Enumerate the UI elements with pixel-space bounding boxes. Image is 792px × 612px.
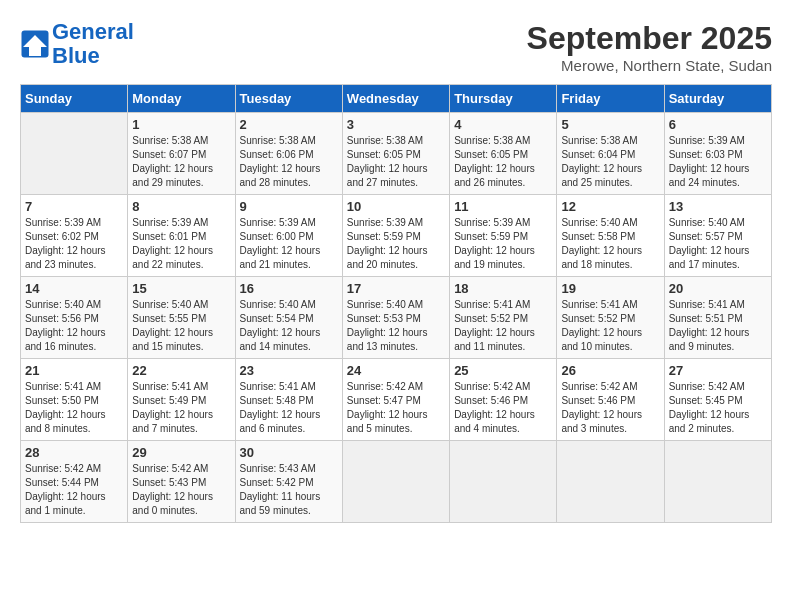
logo-line1: General (52, 19, 134, 44)
calendar-cell: 16Sunrise: 5:40 AM Sunset: 5:54 PM Dayli… (235, 277, 342, 359)
calendar-cell: 21Sunrise: 5:41 AM Sunset: 5:50 PM Dayli… (21, 359, 128, 441)
day-number: 30 (240, 445, 338, 460)
calendar-cell: 24Sunrise: 5:42 AM Sunset: 5:47 PM Dayli… (342, 359, 449, 441)
day-info: Sunrise: 5:40 AM Sunset: 5:54 PM Dayligh… (240, 298, 338, 354)
calendar-cell: 9Sunrise: 5:39 AM Sunset: 6:00 PM Daylig… (235, 195, 342, 277)
calendar-body: 1Sunrise: 5:38 AM Sunset: 6:07 PM Daylig… (21, 113, 772, 523)
day-info: Sunrise: 5:39 AM Sunset: 6:03 PM Dayligh… (669, 134, 767, 190)
calendar-cell: 27Sunrise: 5:42 AM Sunset: 5:45 PM Dayli… (664, 359, 771, 441)
calendar-cell (21, 113, 128, 195)
calendar-cell: 6Sunrise: 5:39 AM Sunset: 6:03 PM Daylig… (664, 113, 771, 195)
calendar-cell: 8Sunrise: 5:39 AM Sunset: 6:01 PM Daylig… (128, 195, 235, 277)
day-number: 18 (454, 281, 552, 296)
day-info: Sunrise: 5:39 AM Sunset: 5:59 PM Dayligh… (454, 216, 552, 272)
weekday-saturday: Saturday (664, 85, 771, 113)
calendar-week-2: 7Sunrise: 5:39 AM Sunset: 6:02 PM Daylig… (21, 195, 772, 277)
day-info: Sunrise: 5:40 AM Sunset: 5:53 PM Dayligh… (347, 298, 445, 354)
day-number: 4 (454, 117, 552, 132)
day-info: Sunrise: 5:43 AM Sunset: 5:42 PM Dayligh… (240, 462, 338, 518)
calendar-cell: 13Sunrise: 5:40 AM Sunset: 5:57 PM Dayli… (664, 195, 771, 277)
day-number: 19 (561, 281, 659, 296)
day-number: 3 (347, 117, 445, 132)
weekday-wednesday: Wednesday (342, 85, 449, 113)
day-number: 27 (669, 363, 767, 378)
day-info: Sunrise: 5:40 AM Sunset: 5:56 PM Dayligh… (25, 298, 123, 354)
calendar-cell: 30Sunrise: 5:43 AM Sunset: 5:42 PM Dayli… (235, 441, 342, 523)
calendar-cell: 19Sunrise: 5:41 AM Sunset: 5:52 PM Dayli… (557, 277, 664, 359)
day-number: 9 (240, 199, 338, 214)
day-info: Sunrise: 5:42 AM Sunset: 5:47 PM Dayligh… (347, 380, 445, 436)
month-title: September 2025 (527, 20, 772, 57)
calendar-cell: 25Sunrise: 5:42 AM Sunset: 5:46 PM Dayli… (450, 359, 557, 441)
day-info: Sunrise: 5:41 AM Sunset: 5:51 PM Dayligh… (669, 298, 767, 354)
day-info: Sunrise: 5:41 AM Sunset: 5:48 PM Dayligh… (240, 380, 338, 436)
day-number: 13 (669, 199, 767, 214)
weekday-tuesday: Tuesday (235, 85, 342, 113)
day-number: 1 (132, 117, 230, 132)
calendar-week-4: 21Sunrise: 5:41 AM Sunset: 5:50 PM Dayli… (21, 359, 772, 441)
day-info: Sunrise: 5:38 AM Sunset: 6:05 PM Dayligh… (454, 134, 552, 190)
calendar-table: SundayMondayTuesdayWednesdayThursdayFrid… (20, 84, 772, 523)
logo-line2: Blue (52, 44, 134, 68)
day-number: 28 (25, 445, 123, 460)
day-info: Sunrise: 5:40 AM Sunset: 5:57 PM Dayligh… (669, 216, 767, 272)
calendar-cell: 23Sunrise: 5:41 AM Sunset: 5:48 PM Dayli… (235, 359, 342, 441)
calendar-cell (342, 441, 449, 523)
day-info: Sunrise: 5:42 AM Sunset: 5:45 PM Dayligh… (669, 380, 767, 436)
day-info: Sunrise: 5:41 AM Sunset: 5:49 PM Dayligh… (132, 380, 230, 436)
logo-icon (20, 29, 50, 59)
day-number: 23 (240, 363, 338, 378)
logo-text: General Blue (52, 20, 134, 68)
calendar-week-3: 14Sunrise: 5:40 AM Sunset: 5:56 PM Dayli… (21, 277, 772, 359)
day-number: 25 (454, 363, 552, 378)
calendar-cell: 3Sunrise: 5:38 AM Sunset: 6:05 PM Daylig… (342, 113, 449, 195)
calendar-cell: 7Sunrise: 5:39 AM Sunset: 6:02 PM Daylig… (21, 195, 128, 277)
day-number: 10 (347, 199, 445, 214)
logo: General Blue (20, 20, 134, 68)
day-info: Sunrise: 5:38 AM Sunset: 6:07 PM Dayligh… (132, 134, 230, 190)
day-number: 8 (132, 199, 230, 214)
day-info: Sunrise: 5:39 AM Sunset: 6:02 PM Dayligh… (25, 216, 123, 272)
day-info: Sunrise: 5:38 AM Sunset: 6:05 PM Dayligh… (347, 134, 445, 190)
calendar-cell: 12Sunrise: 5:40 AM Sunset: 5:58 PM Dayli… (557, 195, 664, 277)
day-number: 12 (561, 199, 659, 214)
calendar-cell: 14Sunrise: 5:40 AM Sunset: 5:56 PM Dayli… (21, 277, 128, 359)
weekday-monday: Monday (128, 85, 235, 113)
day-number: 14 (25, 281, 123, 296)
day-number: 11 (454, 199, 552, 214)
weekday-friday: Friday (557, 85, 664, 113)
calendar-cell: 1Sunrise: 5:38 AM Sunset: 6:07 PM Daylig… (128, 113, 235, 195)
day-info: Sunrise: 5:38 AM Sunset: 6:06 PM Dayligh… (240, 134, 338, 190)
weekday-sunday: Sunday (21, 85, 128, 113)
day-number: 17 (347, 281, 445, 296)
day-info: Sunrise: 5:39 AM Sunset: 5:59 PM Dayligh… (347, 216, 445, 272)
page-header: General Blue September 2025 Merowe, Nort… (20, 20, 772, 74)
calendar-cell (450, 441, 557, 523)
day-info: Sunrise: 5:42 AM Sunset: 5:46 PM Dayligh… (454, 380, 552, 436)
calendar-cell: 2Sunrise: 5:38 AM Sunset: 6:06 PM Daylig… (235, 113, 342, 195)
day-number: 26 (561, 363, 659, 378)
calendar-cell: 26Sunrise: 5:42 AM Sunset: 5:46 PM Dayli… (557, 359, 664, 441)
day-info: Sunrise: 5:41 AM Sunset: 5:52 PM Dayligh… (561, 298, 659, 354)
day-info: Sunrise: 5:42 AM Sunset: 5:43 PM Dayligh… (132, 462, 230, 518)
calendar-cell (664, 441, 771, 523)
day-info: Sunrise: 5:41 AM Sunset: 5:52 PM Dayligh… (454, 298, 552, 354)
day-number: 21 (25, 363, 123, 378)
day-number: 7 (25, 199, 123, 214)
calendar-cell: 4Sunrise: 5:38 AM Sunset: 6:05 PM Daylig… (450, 113, 557, 195)
title-block: September 2025 Merowe, Northern State, S… (527, 20, 772, 74)
calendar-cell: 20Sunrise: 5:41 AM Sunset: 5:51 PM Dayli… (664, 277, 771, 359)
weekday-header-row: SundayMondayTuesdayWednesdayThursdayFrid… (21, 85, 772, 113)
calendar-cell: 5Sunrise: 5:38 AM Sunset: 6:04 PM Daylig… (557, 113, 664, 195)
calendar-week-5: 28Sunrise: 5:42 AM Sunset: 5:44 PM Dayli… (21, 441, 772, 523)
day-number: 16 (240, 281, 338, 296)
calendar-cell: 11Sunrise: 5:39 AM Sunset: 5:59 PM Dayli… (450, 195, 557, 277)
calendar-cell: 22Sunrise: 5:41 AM Sunset: 5:49 PM Dayli… (128, 359, 235, 441)
day-number: 2 (240, 117, 338, 132)
calendar-cell: 28Sunrise: 5:42 AM Sunset: 5:44 PM Dayli… (21, 441, 128, 523)
day-number: 20 (669, 281, 767, 296)
day-info: Sunrise: 5:39 AM Sunset: 6:00 PM Dayligh… (240, 216, 338, 272)
day-number: 29 (132, 445, 230, 460)
location-subtitle: Merowe, Northern State, Sudan (527, 57, 772, 74)
calendar-cell: 15Sunrise: 5:40 AM Sunset: 5:55 PM Dayli… (128, 277, 235, 359)
